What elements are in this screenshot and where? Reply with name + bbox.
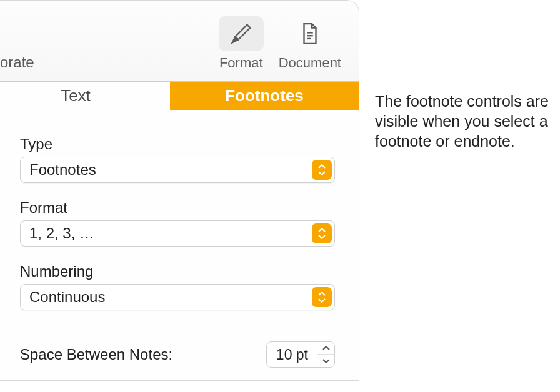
footnote-controls: Type Footnotes Format 1, 2, 3, … Numberi…	[0, 110, 359, 380]
document-icon-box	[288, 16, 332, 51]
format-label: Format	[219, 55, 263, 71]
space-field-row: Space Between Notes: 10 pt	[20, 341, 335, 368]
space-value: 10 pt	[267, 343, 317, 367]
popup-arrows-icon	[312, 223, 332, 243]
tab-footnotes[interactable]: Footnotes	[170, 82, 359, 110]
popup-arrows-icon	[312, 160, 332, 180]
format-label: Format	[20, 199, 335, 217]
type-label: Type	[20, 135, 335, 153]
tab-text[interactable]: Text	[0, 82, 170, 110]
format-field-group: Format 1, 2, 3, …	[20, 199, 335, 247]
tab-footnotes-label: Footnotes	[225, 86, 304, 105]
popup-arrows-icon	[312, 287, 332, 307]
tab-text-label: Text	[61, 86, 91, 105]
toolbar-left-text: orate	[0, 54, 34, 74]
format-tab-button[interactable]: Format	[214, 14, 269, 74]
numbering-label: Numbering	[20, 263, 335, 280]
document-label: Document	[279, 55, 341, 71]
chevron-up-icon	[318, 292, 326, 296]
chevron-up-icon	[318, 228, 326, 233]
numbering-field-group: Numbering Continuous	[20, 263, 335, 310]
document-icon	[298, 22, 322, 46]
space-label: Space Between Notes:	[20, 346, 172, 363]
numbering-value: Continuous	[21, 288, 312, 306]
chevron-down-icon	[322, 358, 330, 363]
callout-text: The footnote controls are visible when y…	[375, 91, 560, 151]
format-value: 1, 2, 3, …	[21, 225, 312, 242]
chevron-up-icon	[322, 346, 330, 351]
toolbar-buttons: Format Document	[214, 14, 346, 74]
type-field-group: Type Footnotes	[20, 135, 335, 183]
stepper-buttons	[317, 342, 334, 367]
document-tab-button[interactable]: Document	[274, 14, 346, 74]
format-icon-box	[219, 16, 264, 51]
callout-line	[350, 100, 375, 100]
type-popup[interactable]: Footnotes	[20, 157, 335, 183]
format-popup[interactable]: 1, 2, 3, …	[20, 220, 335, 247]
subtabs: Text Footnotes	[0, 82, 359, 110]
brush-icon	[229, 22, 253, 46]
inspector-panel: orate Format	[0, 0, 359, 381]
chevron-down-icon	[318, 170, 326, 175]
type-value: Footnotes	[21, 161, 312, 179]
numbering-popup[interactable]: Continuous	[20, 284, 335, 310]
stepper-up[interactable]	[318, 342, 334, 355]
stepper-down[interactable]	[318, 355, 334, 367]
space-stepper[interactable]: 10 pt	[266, 341, 335, 368]
chevron-up-icon	[318, 164, 326, 169]
chevron-down-icon	[318, 298, 326, 303]
toolbar: orate Format	[0, 1, 359, 82]
chevron-down-icon	[318, 234, 326, 239]
